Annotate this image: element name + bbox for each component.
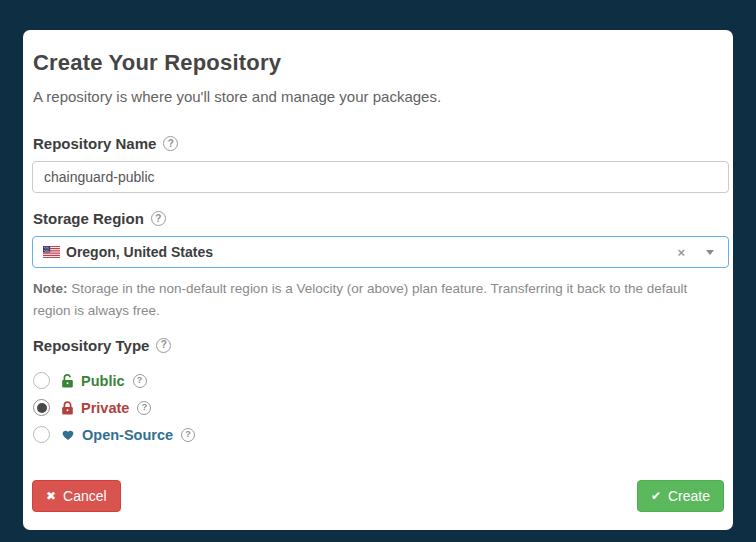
page-title: Create Your Repository (33, 50, 724, 76)
chevron-down-icon[interactable] (706, 250, 714, 255)
help-icon[interactable]: ? (137, 401, 151, 415)
repository-type-option-public: Public ? (33, 372, 724, 390)
help-icon[interactable]: ? (151, 211, 166, 226)
public-option-label[interactable]: Public (81, 373, 125, 389)
storage-region-note: Note: Storage in the non-default region … (33, 278, 723, 323)
repository-name-input[interactable] (32, 161, 729, 193)
repository-type-label: Repository Type (33, 337, 149, 354)
page-background: Create Your Repository A repository is w… (0, 0, 756, 542)
us-flag-icon (43, 246, 60, 258)
note-prefix: Note: (33, 281, 68, 296)
private-radio[interactable] (33, 399, 50, 416)
heart-icon (61, 428, 75, 441)
repository-type-option-open-source: Open-Source ? (33, 426, 724, 444)
modal-footer: ✖ Cancel ✔ Create (32, 480, 724, 512)
note-text: Storage in the non-default region is a V… (33, 281, 687, 318)
create-repository-modal: Create Your Repository A repository is w… (23, 30, 733, 530)
help-icon[interactable]: ? (181, 428, 195, 442)
help-icon[interactable]: ? (156, 338, 171, 353)
create-button[interactable]: ✔ Create (637, 480, 724, 512)
x-icon: ✖ (46, 490, 56, 502)
repository-name-label: Repository Name (33, 135, 156, 152)
private-option-label[interactable]: Private (81, 400, 129, 416)
help-icon[interactable]: ? (163, 136, 178, 151)
public-radio[interactable] (33, 372, 50, 389)
storage-region-value: Oregon, United States (66, 244, 677, 260)
cancel-button-label: Cancel (63, 488, 107, 504)
clear-selection-icon[interactable]: × (677, 245, 685, 260)
lock-icon (61, 401, 74, 415)
modal-subtitle: A repository is where you'll store and m… (33, 88, 724, 105)
storage-region-select[interactable]: Oregon, United States × (32, 236, 729, 268)
open-source-radio[interactable] (33, 426, 50, 443)
storage-region-label: Storage Region (33, 210, 144, 227)
cancel-button[interactable]: ✖ Cancel (32, 480, 121, 512)
repository-type-field: Repository Type ? Public ? (32, 337, 724, 444)
repository-type-option-private: Private ? (33, 399, 724, 417)
open-source-option-label[interactable]: Open-Source (82, 427, 173, 443)
create-button-label: Create (668, 488, 710, 504)
repository-name-field: Repository Name ? (32, 135, 724, 193)
unlock-icon (61, 374, 74, 388)
storage-region-field: Storage Region ? (32, 210, 724, 323)
check-icon: ✔ (651, 490, 661, 502)
help-icon[interactable]: ? (133, 374, 147, 388)
